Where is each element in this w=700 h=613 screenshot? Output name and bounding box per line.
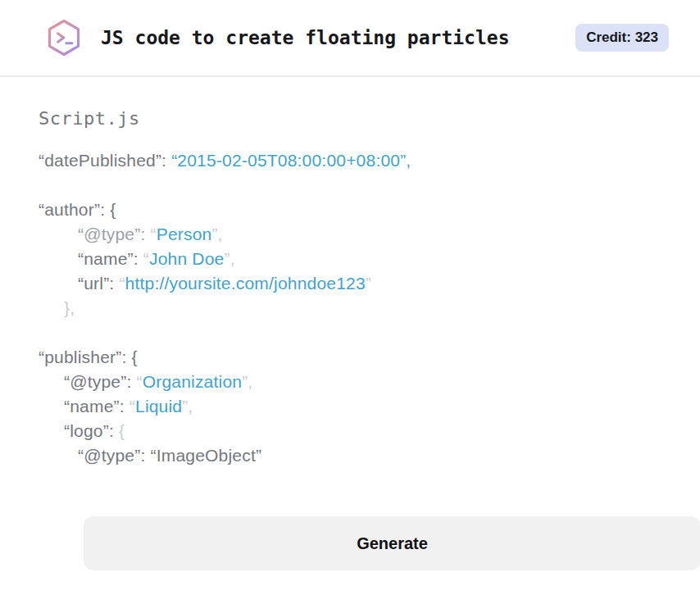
code-line: “author”: {: [39, 198, 662, 222]
code-token-faded: ”,: [211, 225, 222, 243]
code-token-key: “name”:: [78, 249, 143, 268]
code-blank-line: [39, 173, 662, 198]
code-token-faded: “: [143, 249, 149, 268]
code-token-faded: “: [119, 274, 125, 293]
code-token-value: Organization: [143, 372, 242, 391]
code-token-faded: “: [150, 225, 156, 243]
code-line: “logo”: {: [39, 419, 662, 443]
file-name-heading: Script.js: [39, 108, 662, 129]
code-token-faded: “: [136, 372, 142, 391]
code-token-value: John Doe: [149, 249, 225, 268]
code-token-key: “publisher”: {: [39, 347, 138, 366]
header: JS code to create floating particles Cre…: [0, 0, 700, 77]
code-token-faded: “: [130, 397, 135, 415]
code-token-value: http://yoursite.com/johndoe123: [125, 274, 366, 293]
code-line: “@type”: “Organization”,: [39, 370, 662, 394]
code-line: },: [39, 296, 662, 320]
terminal-logo-icon: [47, 19, 81, 57]
main-content: Script.js “datePublished”: “2015-02-05T0…: [0, 77, 700, 570]
code-token-faded: ”: [366, 274, 371, 293]
code-token-value: Liquid: [135, 397, 182, 415]
code-line: “url”: “http://yoursite.com/johndoe123”: [39, 271, 662, 296]
code-token-key: “name”:: [64, 397, 130, 415]
page-title: JS code to create floating particles: [101, 27, 510, 48]
code-token-faded: ”,: [225, 249, 235, 268]
code-token-key: “datePublished”:: [39, 151, 171, 170]
code-line: “@type”: “Person”,: [39, 222, 662, 247]
code-token-faded: ”,: [182, 397, 193, 415]
code-token-value: “2015-02-05T08:00:00+08:00”,: [171, 151, 411, 170]
code-token-key: “author”: {: [39, 200, 116, 219]
code-token-faded: ”,: [242, 372, 252, 391]
code-blank-line: [39, 320, 662, 345]
code-line: “name”: “John Doe”,: [39, 247, 662, 271]
code-token-faded: },: [64, 298, 75, 317]
code-line: “name”: “Liquid”,: [39, 394, 662, 419]
credit-badge: Credit: 323: [575, 24, 669, 52]
code-token-value: Person: [157, 225, 212, 243]
code-token-key: “logo”:: [64, 421, 119, 440]
code-token-faded: {: [119, 421, 125, 440]
code-token-key: “@type”:: [64, 372, 136, 391]
code-block: “datePublished”: “2015-02-05T08:00:00+08…: [39, 148, 662, 468]
code-line: “datePublished”: “2015-02-05T08:00:00+08…: [39, 148, 662, 173]
generate-button[interactable]: Generate: [84, 516, 700, 570]
code-token-keylight: “@type”:: [78, 225, 150, 243]
code-line: “publisher”: {: [39, 345, 662, 370]
code-token-key: “url”:: [78, 274, 119, 293]
code-line: “@type”: “ImageObject”: [39, 443, 662, 468]
code-token-key: “@type”: “ImageObject”: [78, 446, 261, 465]
